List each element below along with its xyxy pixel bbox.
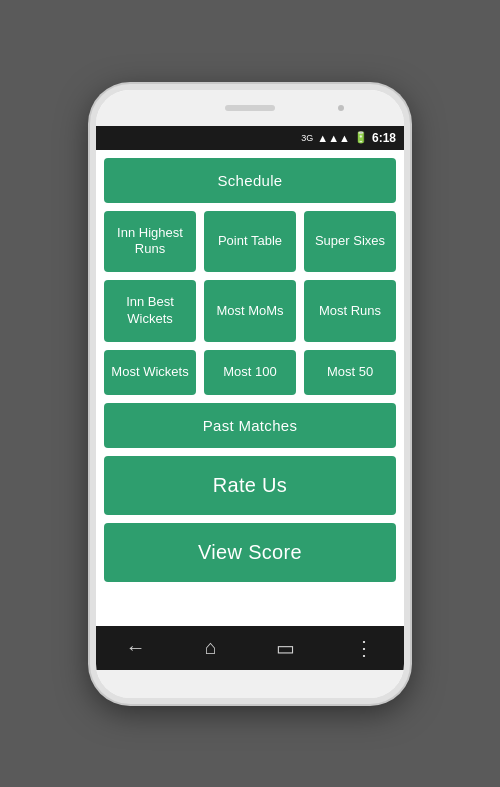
signal-icon: ▲▲▲ [317, 132, 350, 144]
super-sixes-button[interactable]: Super Sixes [304, 211, 396, 273]
phone-top [96, 90, 404, 126]
most-100-button[interactable]: Most 100 [204, 350, 296, 395]
status-bar: 3G ▲▲▲ 🔋 6:18 [96, 126, 404, 150]
menu-icon[interactable]: ⋮ [346, 628, 382, 668]
row-2: Inn Best Wickets Most MoMs Most Runs [104, 280, 396, 342]
menu-grid: Schedule Inn Highest Runs Point Table Su… [96, 150, 404, 626]
row-1: Inn Highest Runs Point Table Super Sixes [104, 211, 396, 273]
point-table-button[interactable]: Point Table [204, 211, 296, 273]
schedule-button[interactable]: Schedule [104, 158, 396, 203]
row-3: Most Wickets Most 100 Most 50 [104, 350, 396, 395]
battery-icon: 🔋 [354, 131, 368, 144]
home-icon[interactable]: ⌂ [197, 628, 225, 667]
camera [338, 105, 344, 111]
most-wickets-button[interactable]: Most Wickets [104, 350, 196, 395]
most-runs-button[interactable]: Most Runs [304, 280, 396, 342]
phone-bottom [96, 670, 404, 698]
navigation-bar: ← ⌂ ▭ ⋮ [96, 626, 404, 670]
rate-us-button[interactable]: Rate Us [104, 456, 396, 515]
most-moms-button[interactable]: Most MoMs [204, 280, 296, 342]
inn-highest-runs-button[interactable]: Inn Highest Runs [104, 211, 196, 273]
network-label: 3G [301, 133, 313, 143]
clock: 6:18 [372, 131, 396, 145]
screen-content: Schedule Inn Highest Runs Point Table Su… [96, 150, 404, 626]
speaker [225, 105, 275, 111]
inn-best-wickets-button[interactable]: Inn Best Wickets [104, 280, 196, 342]
past-matches-button[interactable]: Past Matches [104, 403, 396, 448]
back-icon[interactable]: ← [118, 628, 154, 667]
view-score-button[interactable]: View Score [104, 523, 396, 582]
most-50-button[interactable]: Most 50 [304, 350, 396, 395]
recent-icon[interactable]: ▭ [268, 628, 303, 668]
phone-shell: 3G ▲▲▲ 🔋 6:18 Schedule Inn Highest Runs … [90, 84, 410, 704]
